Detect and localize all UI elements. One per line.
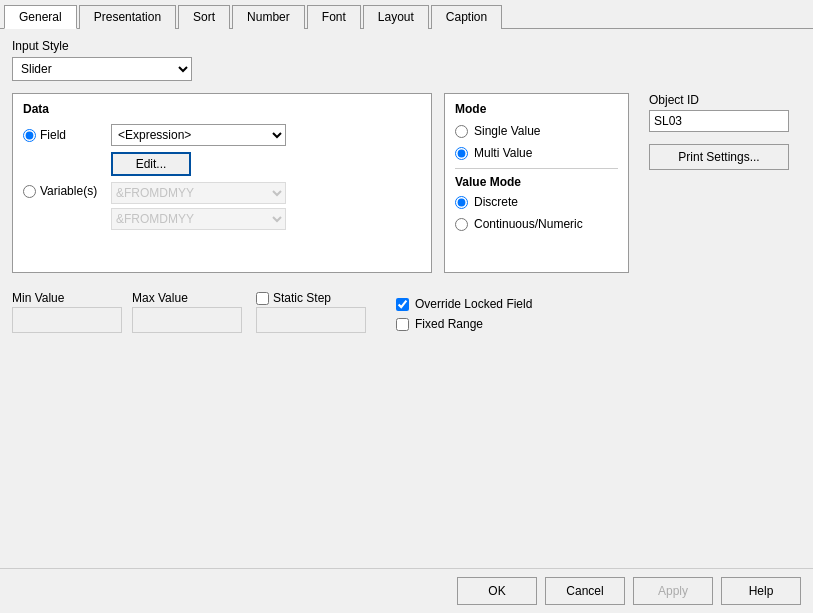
max-value-input[interactable] [132, 307, 242, 333]
footer: OK Cancel Apply Help [0, 568, 813, 613]
variable-radio-text: Variable(s) [40, 184, 97, 198]
mode-box-title: Mode [455, 102, 618, 116]
apply-button[interactable]: Apply [633, 577, 713, 605]
tab-layout[interactable]: Layout [363, 5, 429, 29]
object-id-input[interactable] [649, 110, 789, 132]
dialog: General Presentation Sort Number Font La… [0, 0, 813, 613]
mode-box: Mode Single Value Multi Value Value Mode… [444, 93, 629, 273]
continuous-label: Continuous/Numeric [474, 217, 583, 231]
variable-section: Variable(s) &FROMDMYY &FROMDMYY [23, 182, 421, 230]
main-content: Input Style Slider Data Field <Expressio… [0, 29, 813, 568]
single-value-option: Single Value [455, 124, 618, 138]
override-locked-label: Override Locked Field [415, 297, 532, 311]
tab-presentation[interactable]: Presentation [79, 5, 176, 29]
field-radio-label[interactable]: Field [23, 128, 103, 142]
multi-value-radio[interactable] [455, 147, 468, 160]
continuous-radio[interactable] [455, 218, 468, 231]
print-settings-button[interactable]: Print Settings... [649, 144, 789, 170]
tab-general[interactable]: General [4, 5, 77, 29]
static-step-label: Static Step [273, 291, 331, 305]
input-style-label: Input Style [12, 39, 801, 53]
continuous-option: Continuous/Numeric [455, 217, 618, 231]
override-locked-row: Override Locked Field [396, 297, 532, 311]
data-box-title: Data [23, 102, 421, 116]
ok-button[interactable]: OK [457, 577, 537, 605]
static-step-input[interactable] [256, 307, 366, 333]
field-expression-dropdown[interactable]: <Expression> [111, 124, 286, 146]
value-mode-label: Value Mode [455, 175, 618, 189]
min-value-label: Min Value [12, 291, 122, 305]
field-radio-text: Field [40, 128, 66, 142]
tab-caption[interactable]: Caption [431, 5, 502, 29]
multi-value-option: Multi Value [455, 146, 618, 160]
multi-value-label: Multi Value [474, 146, 532, 160]
main-row: Data Field <Expression> Edit... [12, 93, 801, 273]
max-value-label: Max Value [132, 291, 242, 305]
static-step-checkbox[interactable] [256, 292, 269, 305]
variable-dropdowns: &FROMDMYY &FROMDMYY [111, 182, 286, 230]
override-section: Override Locked Field Fixed Range [396, 297, 532, 331]
discrete-label: Discrete [474, 195, 518, 209]
tab-bar: General Presentation Sort Number Font La… [0, 0, 813, 29]
tab-sort[interactable]: Sort [178, 5, 230, 29]
variable-radio[interactable] [23, 185, 36, 198]
static-step-group: Static Step [256, 291, 366, 333]
edit-button[interactable]: Edit... [111, 152, 191, 176]
fixed-range-checkbox[interactable] [396, 318, 409, 331]
override-locked-checkbox[interactable] [396, 298, 409, 311]
tab-font[interactable]: Font [307, 5, 361, 29]
object-id-section: Object ID [649, 93, 789, 132]
discrete-option: Discrete [455, 195, 618, 209]
variable-dropdown-2[interactable]: &FROMDMYY [111, 208, 286, 230]
bottom-section: Min Value Max Value Static Step Override… [12, 291, 801, 333]
max-value-group: Max Value [132, 291, 242, 333]
variable-radio-label[interactable]: Variable(s) [23, 184, 103, 198]
variable-dropdown-1[interactable]: &FROMDMYY [111, 182, 286, 204]
help-button[interactable]: Help [721, 577, 801, 605]
input-style-row: Input Style Slider [12, 39, 801, 81]
object-id-label: Object ID [649, 93, 789, 107]
mode-divider [455, 168, 618, 169]
input-style-select[interactable]: Slider [12, 57, 192, 81]
single-value-radio[interactable] [455, 125, 468, 138]
single-value-label: Single Value [474, 124, 541, 138]
tab-number[interactable]: Number [232, 5, 305, 29]
field-row: Field <Expression> [23, 124, 421, 146]
fixed-range-row: Fixed Range [396, 317, 532, 331]
discrete-radio[interactable] [455, 196, 468, 209]
static-step-check-row: Static Step [256, 291, 366, 305]
data-box: Data Field <Expression> Edit... [12, 93, 432, 273]
min-value-group: Min Value [12, 291, 122, 333]
min-value-input[interactable] [12, 307, 122, 333]
fixed-range-label: Fixed Range [415, 317, 483, 331]
cancel-button[interactable]: Cancel [545, 577, 625, 605]
field-radio[interactable] [23, 129, 36, 142]
right-col: Object ID Print Settings... [649, 93, 789, 273]
edit-btn-row: Edit... [111, 152, 421, 176]
